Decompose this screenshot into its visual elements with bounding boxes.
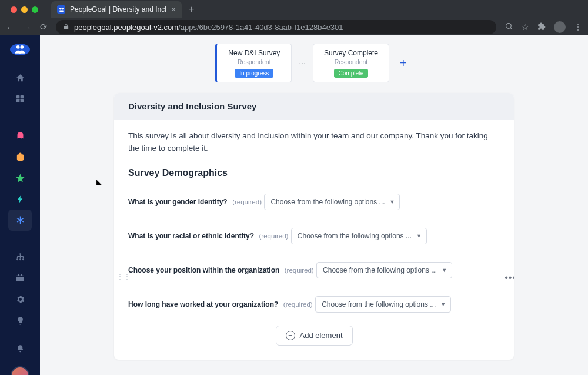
question-select[interactable]: Choose from the following options ... ▼ [264, 194, 400, 210]
step-subtitle: Respondent [220, 58, 288, 65]
url-path: /apps/6be25978-1a41-40d3-8aab-f1e128b4e3… [178, 23, 343, 32]
svg-point-11 [19, 253, 21, 255]
question-label: Choose your position within the organiza… [128, 266, 279, 274]
url-input[interactable]: peoplegoal.peoplegoal-v2.com/apps/6be259… [56, 20, 496, 34]
svg-rect-16 [16, 275, 24, 277]
workflow-step[interactable]: Survey Complete Respondent Complete [313, 44, 389, 82]
required-tag: (required) [232, 198, 262, 205]
extensions-icon[interactable] [537, 22, 546, 32]
svg-point-6 [20, 45, 24, 49]
sidebar-ghost-icon[interactable] [8, 125, 32, 146]
nav-forward-button: → [23, 22, 32, 32]
step-separator-icon[interactable]: ··· [296, 58, 308, 68]
chevron-down-icon: ▼ [390, 199, 395, 205]
sidebar-org-icon[interactable] [8, 246, 32, 267]
sidebar-lightbulb-icon[interactable] [8, 310, 32, 331]
chevron-down-icon: ▼ [416, 233, 422, 239]
close-window-button[interactable] [11, 6, 17, 13]
new-tab-button[interactable]: + [182, 4, 201, 15]
status-badge: Complete [334, 69, 369, 78]
sidebar-home-icon[interactable] [8, 67, 32, 88]
step-title: Survey Complete [317, 49, 385, 57]
svg-point-0 [59, 7, 61, 9]
sidebar [0, 35, 40, 375]
browser-chrome: PeopleGoal | Diversity and Incl × + ← → … [0, 0, 588, 35]
svg-point-13 [19, 258, 21, 260]
zoom-icon[interactable] [505, 22, 513, 32]
chevron-down-icon: ▼ [442, 267, 447, 273]
more-options-icon[interactable]: ••• [505, 273, 514, 283]
url-domain: peoplegoal.peoplegoal-v2.com [74, 23, 178, 32]
drag-handle-icon[interactable]: ⋮⋮ [116, 273, 131, 281]
section-title: Survey Demographics [128, 168, 500, 178]
select-placeholder: Choose from the following options ... [270, 198, 385, 206]
profile-avatar-icon[interactable] [554, 21, 566, 33]
sidebar-apps-icon[interactable] [8, 88, 32, 109]
required-tag: (required) [283, 301, 313, 308]
required-tag: (required) [259, 233, 289, 240]
status-badge: In progress [235, 69, 273, 78]
add-step-button[interactable]: + [394, 57, 413, 70]
svg-rect-18 [21, 274, 22, 276]
add-element-button[interactable]: + Add element [276, 326, 353, 346]
sidebar-bolt-icon[interactable] [8, 188, 32, 210]
svg-point-1 [61, 7, 64, 9]
survey-title: Diversity and Inclusion Survey [128, 101, 500, 111]
question-label: How long have worked at your organizatio… [128, 300, 278, 308]
svg-point-3 [506, 24, 512, 29]
workflow-steps: New D&I Survey Respondent In progress ··… [64, 44, 564, 82]
survey-intro: This survey is all about diversity and i… [128, 130, 500, 155]
step-subtitle: Respondent [317, 58, 385, 65]
sidebar-star-icon[interactable] [8, 167, 32, 188]
favicon-icon [57, 5, 65, 14]
required-tag: (required) [285, 267, 314, 274]
select-placeholder: Choose from the following options ... [322, 300, 436, 308]
svg-point-5 [16, 45, 20, 49]
maximize-window-button[interactable] [32, 6, 38, 13]
svg-point-12 [16, 258, 18, 260]
app-root: New D&I Survey Respondent In progress ··… [0, 35, 588, 375]
survey-card: Diversity and Inclusion Survey This surv… [114, 93, 514, 360]
chevron-down-icon: ▼ [440, 301, 446, 307]
question-select[interactable]: Choose from the following options ... ▼ [316, 262, 452, 278]
menu-icon[interactable]: ⋮ [574, 22, 582, 32]
nav-back-button[interactable]: ← [6, 22, 15, 32]
cursor-icon: ◣ [96, 178, 102, 186]
minimize-window-button[interactable] [21, 6, 28, 13]
browser-tab[interactable]: PeopleGoal | Diversity and Incl × [51, 1, 182, 18]
question-select[interactable]: Choose from the following options ... ▼ [291, 228, 427, 244]
main-content: New D&I Survey Respondent In progress ··… [40, 35, 588, 375]
svg-rect-17 [18, 274, 19, 276]
workflow-step[interactable]: New D&I Survey Respondent In progress [215, 44, 292, 82]
question-label: What is your gender identity? [128, 198, 228, 206]
tab-bar: PeopleGoal | Diversity and Incl × + [0, 0, 588, 19]
question-select[interactable]: Choose from the following options ... ▼ [315, 296, 451, 313]
svg-rect-9 [16, 99, 19, 102]
window-controls [5, 6, 44, 13]
reload-button[interactable]: ⟳ [40, 22, 48, 32]
sidebar-settings-icon[interactable] [8, 288, 32, 310]
sidebar-asterisk-icon[interactable] [8, 210, 32, 231]
add-element-label: Add element [300, 331, 343, 340]
sidebar-bell-icon[interactable] [8, 338, 32, 359]
app-logo[interactable] [10, 44, 30, 55]
user-avatar[interactable] [11, 366, 29, 375]
question-block: How long have worked at your organizatio… [128, 291, 500, 313]
card-body: This survey is all about diversity and i… [114, 120, 514, 360]
svg-point-14 [22, 258, 24, 260]
card-header: Diversity and Inclusion Survey [114, 93, 514, 120]
bookmark-icon[interactable]: ☆ [522, 22, 529, 32]
sidebar-calendar-icon[interactable] [8, 267, 32, 288]
step-title: New D&I Survey [220, 49, 288, 57]
svg-rect-2 [59, 10, 63, 12]
svg-line-4 [510, 28, 512, 29]
tab-close-icon[interactable]: × [171, 5, 176, 14]
sidebar-hand-icon[interactable] [8, 146, 32, 167]
question-block: ⋮⋮ ••• Choose your position within the o… [128, 257, 500, 278]
svg-rect-7 [16, 95, 19, 98]
tab-title: PeopleGoal | Diversity and Incl [70, 5, 166, 14]
plus-circle-icon: + [286, 331, 295, 340]
address-bar: ← → ⟳ peoplegoal.peoplegoal-v2.com/apps/… [0, 19, 588, 35]
lock-icon [63, 23, 69, 32]
svg-rect-8 [21, 95, 24, 98]
